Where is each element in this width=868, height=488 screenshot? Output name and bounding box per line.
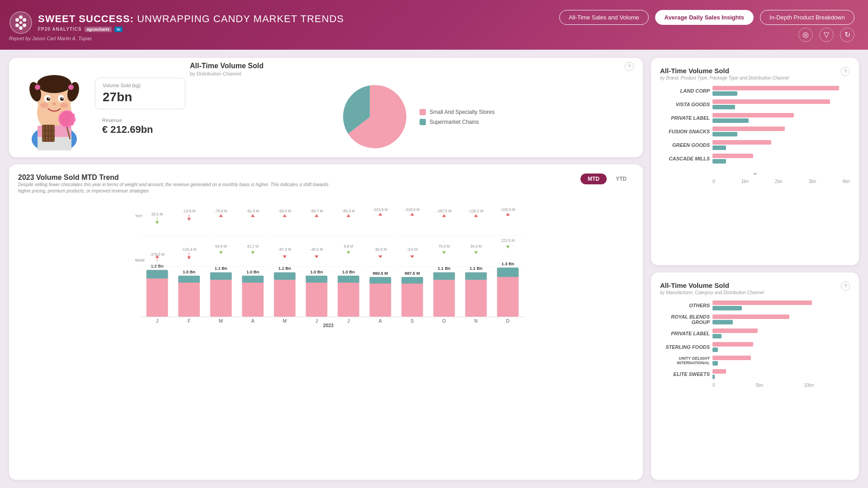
mtd-button[interactable]: MTD <box>580 174 607 184</box>
trend-chart-svg: YoY MoM 1.2 Bn 29.5 M <box>18 201 634 327</box>
bar-teal-fusion-snacks <box>712 132 737 136</box>
metrics-column: Volume Sold (kg) 27bn Revenue € 212.69bn <box>95 78 185 137</box>
trend-toggle: MTD YTD <box>580 174 634 184</box>
header-right: All-Time Sales and Volume Average Daily … <box>559 10 854 42</box>
pie-section: All-Time Volume Sold by Distribution Cha… <box>190 62 634 153</box>
svg-text:42.1 M: 42.1 M <box>247 244 259 249</box>
manufacturer-bar-chart: OTHERS ROYAL BLENDS GROUP PRIV <box>660 300 850 388</box>
x-label-3bn: 3bn <box>809 179 816 184</box>
svg-text:-223.8 M: -223.8 M <box>373 207 388 212</box>
manufacturer-x-axis: 0 5bn 10bn <box>660 383 850 388</box>
svg-marker-63 <box>251 251 255 254</box>
bar-may-teal <box>274 272 296 280</box>
bar-pink-elite-sweets <box>712 369 726 374</box>
bar-pink-unity-delight <box>712 356 751 360</box>
legend-dot-specialty <box>420 109 426 115</box>
bar-row-mfr-private-label: PRIVATE LABEL <box>660 328 850 338</box>
svg-marker-105 <box>474 251 478 254</box>
svg-text:-187.5 M: -187.5 M <box>437 209 452 213</box>
brand-label-land-corp: LAND CORP <box>660 88 710 94</box>
bar-pink-royal-blends <box>712 314 789 319</box>
pie-subtitle: by Distribution Channel <box>190 71 264 76</box>
refresh-icon[interactable]: ↻ <box>840 28 854 42</box>
svg-text:-218.9 M: -218.9 M <box>405 207 420 212</box>
svg-text:J: J <box>347 319 349 324</box>
bar-apr-teal <box>242 276 264 283</box>
brand-chart-title: All-Time Volume Sold <box>660 67 789 75</box>
mfr-bars-private-label <box>712 328 850 338</box>
bar-teal-mfr-private-label <box>712 334 722 338</box>
bar-jul-teal <box>338 276 359 283</box>
bar-teal-elite-sweets <box>712 375 715 379</box>
brand-chart-expand[interactable]: ⌄ <box>660 167 850 177</box>
bar-row-elite-sweets: ELITE SWEETS <box>660 369 850 379</box>
bar-pink-fusion-snacks <box>712 127 785 131</box>
bar-aug-teal <box>369 277 391 284</box>
bar-oct-teal <box>433 272 455 280</box>
svg-text:34.3 M: 34.3 M <box>470 244 481 249</box>
bar-pink-sterling-foods <box>712 342 753 347</box>
svg-text:1.1 Bn: 1.1 Bn <box>470 266 482 271</box>
bar-pink-land-corp <box>712 86 839 90</box>
svg-marker-79 <box>347 214 350 217</box>
bar-teal-land-corp <box>712 91 737 96</box>
mfr-label-private-label: PRIVATE LABEL <box>660 331 710 336</box>
svg-point-5 <box>19 26 23 30</box>
svg-point-12 <box>37 75 71 93</box>
fp20-text: FP20 ANALYTICS <box>38 27 82 32</box>
filter-icon[interactable]: ▽ <box>819 28 834 42</box>
svg-text:990.5 M: 990.5 M <box>373 271 388 276</box>
svg-point-25 <box>60 103 68 108</box>
brand-bars-vista-goods <box>712 99 850 109</box>
nav-btn-product[interactable]: In-Depth Product Breakdown <box>760 10 854 25</box>
pie-info-icon[interactable]: ? <box>625 62 634 71</box>
manufacturer-chart-card: All-Time Volume Sold by Manufacturer, Ca… <box>651 272 859 480</box>
bar-row-vista-goods: VISTA GOODS <box>660 99 850 109</box>
target-icon[interactable]: ◎ <box>798 28 813 42</box>
bar-pink-others <box>712 300 812 305</box>
trend-card: 2023 Volume Sold MTD Trend Despite selli… <box>9 164 643 480</box>
trend-header-left: 2023 Volume Sold MTD Trend Despite selli… <box>18 174 335 198</box>
svg-text:-87.4 M: -87.4 M <box>278 247 291 252</box>
legend-item-supermarket: Supermarket Chains <box>420 119 495 125</box>
revenue-section: Revenue € 212.69bn <box>95 116 185 137</box>
svg-point-15 <box>35 84 40 90</box>
bar-row-green-goods: GREEN GOODS <box>660 140 850 150</box>
svg-marker-97 <box>442 214 446 217</box>
brand-bars-private-label <box>712 113 850 123</box>
svg-text:987.5 M: 987.5 M <box>405 271 420 276</box>
brand-bars-cascade-mills <box>712 154 850 164</box>
brand-label-private-label: PRIVATE LABEL <box>660 115 710 121</box>
mfr-label-sterling-foods: STERLING FOODS <box>660 344 710 350</box>
svg-marker-48 <box>187 218 191 221</box>
volume-value: 27bn <box>103 90 178 104</box>
svg-marker-51 <box>187 256 191 259</box>
ytd-button[interactable]: YTD <box>609 174 634 184</box>
bar-jun-teal <box>306 276 327 283</box>
svg-text:A: A <box>251 319 255 324</box>
svg-marker-109 <box>506 213 509 216</box>
svg-point-4 <box>15 23 19 27</box>
header-left: SWEET SUCCESS: UNWRAPPING CANDY MARKET T… <box>9 11 344 41</box>
brand-info-icon[interactable]: ? <box>841 67 850 76</box>
candy-girl-svg <box>19 67 90 150</box>
svg-text:-85.3 M: -85.3 M <box>342 209 355 213</box>
manufacturer-info-icon[interactable]: ? <box>841 282 850 291</box>
svg-text:1.1 Bn: 1.1 Bn <box>278 266 291 271</box>
bar-pink-green-goods <box>712 140 771 145</box>
nav-btn-alltime[interactable]: All-Time Sales and Volume <box>559 10 649 25</box>
svg-text:O: O <box>442 319 446 324</box>
pie-chart-svg <box>329 81 410 153</box>
svg-point-6 <box>23 23 26 27</box>
manufacturer-chart-title: All-Time Volume Sold <box>660 282 764 289</box>
volume-box: Volume Sold (kg) 27bn <box>95 78 185 109</box>
nav-btn-daily[interactable]: Average Daily Sales Insights <box>655 10 754 25</box>
svg-point-21 <box>48 98 49 99</box>
main-content: Volume Sold (kg) 27bn Revenue € 212.69bn… <box>0 50 868 488</box>
svg-point-23 <box>52 103 56 105</box>
mfr-label-royal-blends: ROYAL BLENDS GROUP <box>660 314 710 325</box>
legend-item-specialty: Small And Specialty Stores <box>420 109 495 115</box>
bar-sep-teal <box>401 277 423 284</box>
svg-text:-79.8 M: -79.8 M <box>215 209 227 213</box>
trend-header: 2023 Volume Sold MTD Trend Despite selli… <box>18 174 634 198</box>
